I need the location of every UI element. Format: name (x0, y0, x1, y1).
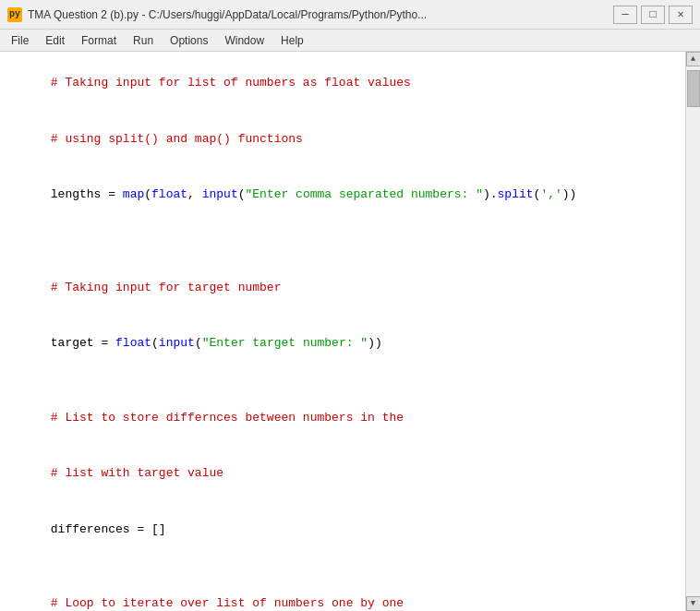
code-line: # Taking input for target number (7, 260, 678, 316)
code-line: # Loop to iterate over list of numbers o… (7, 576, 678, 611)
title-bar: py TMA Question 2 (b).py - C:/Users/hugg… (0, 0, 700, 30)
code-line (7, 371, 678, 389)
window-controls: — □ ✕ (613, 6, 693, 24)
scroll-thumb[interactable] (687, 70, 700, 107)
code-line (7, 557, 678, 576)
scroll-track[interactable] (686, 66, 700, 596)
code-line: target = float(input("Enter target numbe… (7, 316, 678, 371)
code-line (7, 241, 678, 259)
code-area[interactable]: # Taking input for list of numbers as fl… (0, 52, 685, 611)
window-title: TMA Question 2 (b).py - C:/Users/huggi/A… (28, 8, 427, 21)
maximize-button[interactable]: □ (641, 6, 665, 24)
editor-container: # Taking input for list of numbers as fl… (0, 52, 700, 611)
code-line: # Taking input for list of numbers as fl… (7, 55, 678, 111)
menu-help[interactable]: Help (273, 30, 311, 51)
code-line: # using split() and map() functions (7, 111, 678, 166)
scroll-down-button[interactable]: ▼ (686, 596, 701, 611)
menu-edit[interactable]: Edit (38, 30, 72, 51)
minimize-button[interactable]: — (613, 6, 637, 24)
menu-format[interactable]: Format (74, 30, 124, 51)
code-line: lengths = map(float, input("Enter comma … (7, 167, 678, 222)
close-button[interactable]: ✕ (669, 6, 693, 24)
scrollbar: ▲ ▼ (685, 52, 700, 611)
menu-bar: File Edit Format Run Options Window Help (0, 30, 700, 52)
app-icon-label: py (9, 9, 20, 19)
menu-run[interactable]: Run (126, 30, 161, 51)
code-line: # list with target value (7, 446, 678, 501)
code-line: differences = [] (7, 501, 678, 557)
code-line: # List to store differnces between numbe… (7, 390, 678, 446)
app-icon: py (7, 7, 22, 22)
menu-window[interactable]: Window (217, 30, 272, 51)
menu-file[interactable]: File (4, 30, 36, 51)
title-left: py TMA Question 2 (b).py - C:/Users/hugg… (7, 7, 427, 22)
scroll-up-button[interactable]: ▲ (686, 52, 701, 66)
menu-options[interactable]: Options (163, 30, 215, 51)
code-line (7, 222, 678, 241)
